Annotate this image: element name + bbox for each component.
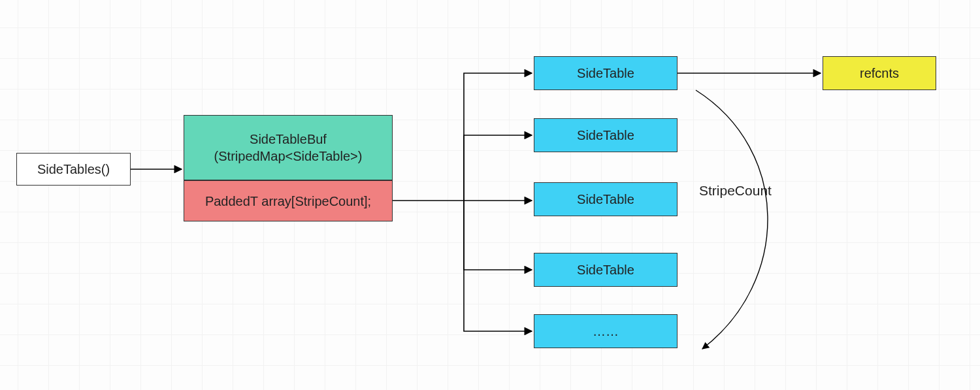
edge-array-to-st4	[464, 201, 532, 270]
edge-array-to-st5	[464, 201, 532, 331]
edge-stripecount-arc	[696, 90, 768, 349]
edge-array-to-st1	[464, 73, 532, 201]
edge-array-to-st2	[464, 135, 532, 201]
edges-layer	[0, 0, 980, 390]
